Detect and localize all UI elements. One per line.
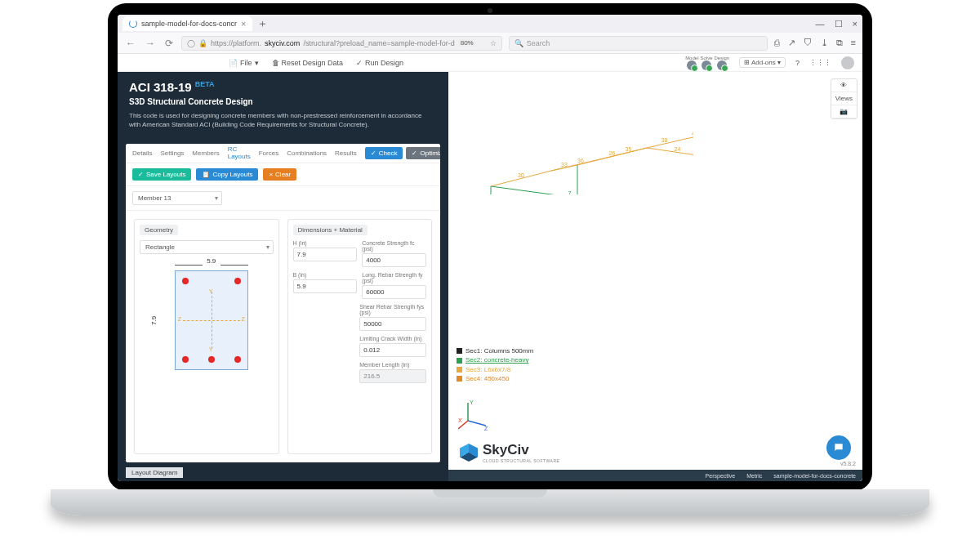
screenshot-button[interactable]: 📷 (831, 105, 857, 118)
units-toggle[interactable]: Metric (746, 473, 762, 479)
length-input (359, 369, 426, 383)
run-design-button[interactable]: ✓ Run Design (356, 59, 403, 67)
views-button[interactable]: Views (831, 92, 857, 105)
b-input[interactable] (293, 279, 358, 293)
clear-button[interactable]: × Clear (263, 168, 296, 181)
menu-icon[interactable]: ≡ (851, 38, 856, 48)
favicon-icon (129, 20, 137, 28)
tab-rc-layouts[interactable]: RC Layouts (228, 145, 251, 165)
screen: sample-model-for-docs-concr × ＋ — ☐ × ← … (118, 15, 862, 481)
optimize-button[interactable]: ✓ Optimize (406, 147, 440, 159)
rebar-dot (234, 356, 241, 363)
window-close-icon[interactable]: × (853, 19, 858, 29)
legend-sec2[interactable]: Sec2: concrete-heavy (466, 355, 528, 364)
h-input[interactable] (293, 248, 358, 261)
svg-text:30: 30 (518, 172, 524, 178)
url-domain: skyciv.com (265, 39, 300, 47)
stage-indicators: Model Solve Design (685, 56, 729, 70)
download-icon[interactable]: ⤓ (821, 38, 828, 48)
status-bar: Perspective Metric sample-model-for-docs… (448, 470, 862, 481)
chat-button[interactable] (826, 435, 851, 460)
svg-line-78 (468, 421, 486, 426)
stage-solve-icon[interactable] (702, 60, 711, 70)
stage-model-icon[interactable] (687, 60, 697, 70)
check-button[interactable]: ✓ Check (365, 147, 403, 159)
section-diagram: 5.9 7.9 (140, 259, 274, 373)
geometry-header: Geometry (140, 225, 178, 235)
rebar-dot (182, 356, 189, 363)
visibility-toggle[interactable]: 👁 (831, 79, 857, 92)
app-toolbar: 📄 File ▾ 🗑 Reset Design Data ✓ Run Desig… (118, 54, 862, 72)
forward-button[interactable]: → (144, 38, 157, 49)
rebar-dot (234, 278, 241, 284)
fy-input[interactable] (362, 285, 426, 299)
close-tab-icon[interactable]: × (241, 19, 246, 29)
search-placeholder: Search (527, 39, 550, 47)
open-icon[interactable]: ⧉ (836, 38, 843, 48)
shape-select[interactable]: Rectangle (140, 240, 274, 254)
fys-label: Shear Rebar Strength fys (psi) (359, 304, 426, 315)
svg-text:36: 36 (577, 158, 584, 163)
layout-diagram-tab[interactable]: Layout Diagram (126, 467, 440, 478)
3d-viewport[interactable]: 1256971213112228810342139444552262924273… (448, 72, 862, 481)
tab-members[interactable]: Members (192, 150, 219, 157)
star-icon[interactable]: ☆ (490, 39, 497, 47)
fc-label: Concrete Strength fc (psi) (362, 240, 426, 252)
rebar-dot (208, 356, 215, 363)
new-tab-button[interactable]: ＋ (257, 16, 268, 31)
crack-input[interactable] (359, 343, 426, 357)
tab-details[interactable]: Details (132, 150, 152, 157)
tab-combinations[interactable]: Combinations (287, 150, 327, 157)
user-avatar[interactable] (841, 56, 854, 69)
browser-tabs-bar: sample-model-for-docs-concr × ＋ — ☐ × (118, 15, 862, 33)
back-button[interactable]: ← (124, 38, 137, 49)
apps-icon[interactable]: ⋮⋮⋮ (809, 59, 831, 67)
browser-search[interactable]: 🔍 Search (509, 36, 768, 51)
b-label: B (in) (293, 272, 358, 278)
tab-forces[interactable]: Forces (259, 150, 278, 157)
library-icon[interactable]: ⎙ (774, 38, 780, 48)
svg-text:33: 33 (561, 162, 568, 167)
reload-button[interactable]: ⟳ (163, 38, 175, 49)
design-panel: ACI 318-19BETA S3D Structural Concrete D… (118, 72, 448, 481)
fc-input[interactable] (362, 253, 426, 267)
address-bar[interactable]: ◯ 🔒 https://platform.skyciv.com/structur… (181, 36, 502, 51)
tab-results[interactable]: Results (335, 150, 357, 157)
model-wireframe: 1256971213112228810342139444552262924273… (448, 72, 693, 194)
version-label: v5.8.2 (840, 461, 856, 466)
skyciv-logo: SkyCivCLOUD STRUCTURAL SOFTWARE (460, 442, 559, 463)
tabs-row: Details Settings Members RC Layouts Forc… (126, 144, 440, 163)
dim-width: 5.9 (175, 257, 248, 265)
zoom-badge[interactable]: 80% (458, 39, 476, 47)
viewport-controls: 👁 Views 📷 (831, 78, 858, 119)
axis-z-label: Z (178, 316, 181, 322)
tab-settings[interactable]: Settings (160, 150, 184, 157)
help-icon[interactable]: ? (795, 59, 800, 67)
save-layouts-button[interactable]: ✓ Save Layouts (132, 168, 191, 181)
shield-icon: ◯ (187, 39, 195, 47)
file-menu[interactable]: 📄 File ▾ (229, 59, 259, 67)
addons-menu[interactable]: ⊞ Add-ons ▾ (739, 57, 786, 68)
window-maximize-icon[interactable]: ☐ (835, 19, 843, 29)
fys-input[interactable] (359, 317, 426, 331)
svg-text:7: 7 (568, 190, 572, 194)
svg-text:35: 35 (626, 146, 632, 152)
svg-text:X: X (458, 417, 462, 423)
stage-design-icon[interactable] (717, 60, 727, 70)
wand-icon[interactable]: ↗ (788, 38, 795, 48)
url-suffix: /structural?preload_name=sample-model-fo… (303, 39, 454, 47)
svg-text:41: 41 (692, 131, 693, 136)
section-legend: Sec1: Columns 500mm Sec2: concrete-heavy… (457, 346, 533, 383)
window-minimize-icon[interactable]: — (816, 19, 825, 29)
crack-label: Limiting Crack Width (in) (359, 336, 426, 341)
browser-tab[interactable]: sample-model-for-docs-concr × (122, 16, 252, 31)
lock-icon: 🔒 (198, 39, 207, 47)
reset-design-button[interactable]: 🗑 Reset Design Data (272, 59, 344, 67)
shield2-icon[interactable]: ⛉ (804, 38, 813, 48)
tab-title: sample-model-for-docs-concr (141, 20, 237, 28)
copy-layouts-button[interactable]: 📋 Copy Layouts (196, 168, 258, 181)
member-select[interactable]: Member 13 (132, 191, 222, 205)
perspective-toggle[interactable]: Perspective (706, 473, 736, 479)
svg-text:Z: Z (484, 426, 488, 431)
axis-z-label: Z (241, 316, 244, 322)
